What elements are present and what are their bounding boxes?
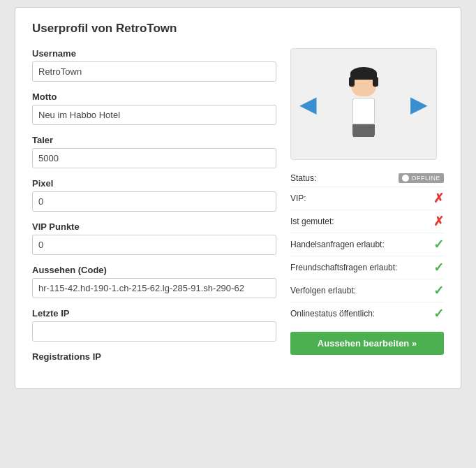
vip-punkte-input[interactable] <box>32 235 276 255</box>
taler-label: Taler <box>32 135 276 145</box>
status-label: Status: <box>290 173 399 183</box>
onlinestatus-value: ✓ <box>433 306 444 321</box>
avatar-figure <box>351 71 376 137</box>
motto-input[interactable] <box>32 105 276 125</box>
right-column: ◀ ▶ <box>290 48 444 372</box>
registrations-ip-group: Registrations IP <box>32 351 276 362</box>
handelsanfragen-value: ✓ <box>433 237 444 252</box>
username-input[interactable] <box>32 61 276 82</box>
avatar-hair-side-left <box>349 77 355 87</box>
avatar-rotate-right-button[interactable]: ▶ <box>410 91 428 117</box>
freundschaftsfragen-label: Freundschaftsfragen erlaubt: <box>290 263 433 272</box>
offline-icon <box>402 175 409 182</box>
avatar-box: ◀ ▶ <box>290 48 437 160</box>
status-row-gemutet: Ist gemutet: ✗ <box>290 210 444 233</box>
vip-cross-icon: ✗ <box>433 191 444 206</box>
handelsanfragen-label: Handelsanfragen erlaubt: <box>290 240 433 249</box>
username-label: Username <box>32 48 276 59</box>
avatar-body <box>352 98 375 124</box>
status-row-freundschaftsfragen: Freundschaftsfragen erlaubt: ✓ <box>290 256 444 279</box>
motto-label: Motto <box>32 92 276 102</box>
aussehen-group: Aussehen (Code) <box>32 265 276 298</box>
pixel-group: Pixel <box>32 178 276 212</box>
letzte-ip-label: Letzte IP <box>32 308 276 319</box>
vip-punkte-group: VIP Punkte <box>32 221 276 255</box>
avatar-pants <box>352 124 375 137</box>
verfolgen-value: ✓ <box>433 283 444 298</box>
vip-punkte-label: VIP Punkte <box>32 221 276 232</box>
gemutet-label: Ist gemutet: <box>290 217 433 226</box>
freundschaftsfragen-value: ✓ <box>433 260 444 275</box>
aussehen-label: Aussehen (Code) <box>32 265 276 275</box>
letzte-ip-group: Letzte IP <box>32 308 276 342</box>
status-value: OFFLINE <box>399 173 444 183</box>
verfolgen-label: Verfolgen erlaubt: <box>290 286 433 295</box>
aussehen-input[interactable] <box>32 278 276 298</box>
page-title: Userprofil von RetroTown <box>32 22 444 36</box>
pixel-input[interactable] <box>32 191 276 212</box>
aussehen-bearbeiten-button[interactable]: Aussehen bearbeiten » <box>290 332 444 355</box>
left-column: Username Motto Taler Pixel VIP Punkte Au <box>32 48 276 372</box>
onlinestatus-label: Onlinestatus öffentlich: <box>290 309 433 319</box>
gemutet-value: ✗ <box>433 214 444 229</box>
profile-card: Userprofil von RetroTown Username Motto … <box>15 7 461 389</box>
taler-input[interactable] <box>32 148 276 168</box>
handelsanfragen-check-icon: ✓ <box>433 237 444 252</box>
vip-label: VIP: <box>290 193 433 203</box>
letzte-ip-input[interactable] <box>32 321 276 342</box>
avatar-leg-left <box>353 124 363 137</box>
pixel-label: Pixel <box>32 178 276 189</box>
status-row-handelsanfragen: Handelsanfragen erlaubt: ✓ <box>290 233 444 256</box>
status-row-status: Status: OFFLINE <box>290 170 444 187</box>
verfolgen-check-icon: ✓ <box>433 283 444 298</box>
taler-group: Taler <box>32 135 276 168</box>
avatar-rotate-left-button[interactable]: ◀ <box>299 91 317 117</box>
offline-text: OFFLINE <box>411 175 440 182</box>
registrations-ip-label: Registrations IP <box>32 351 276 362</box>
avatar-head <box>351 71 376 96</box>
status-row-vip: VIP: ✗ <box>290 187 444 210</box>
status-row-verfolgen: Verfolgen erlaubt: ✓ <box>290 279 444 302</box>
freundschaftsfragen-check-icon: ✓ <box>433 260 444 275</box>
motto-group: Motto <box>32 92 276 125</box>
status-row-onlinestatus: Onlinestatus öffentlich: ✓ <box>290 302 444 325</box>
gemutet-cross-icon: ✗ <box>433 214 444 229</box>
main-layout: Username Motto Taler Pixel VIP Punkte Au <box>32 48 444 372</box>
vip-value: ✗ <box>433 191 444 206</box>
status-table: Status: OFFLINE VIP: ✗ Ist gemu <box>290 170 444 325</box>
avatar-leg-right <box>364 124 374 137</box>
onlinestatus-check-icon: ✓ <box>433 306 444 321</box>
avatar-hair-side-right <box>373 77 378 87</box>
username-group: Username <box>32 48 276 82</box>
offline-badge: OFFLINE <box>399 173 444 183</box>
